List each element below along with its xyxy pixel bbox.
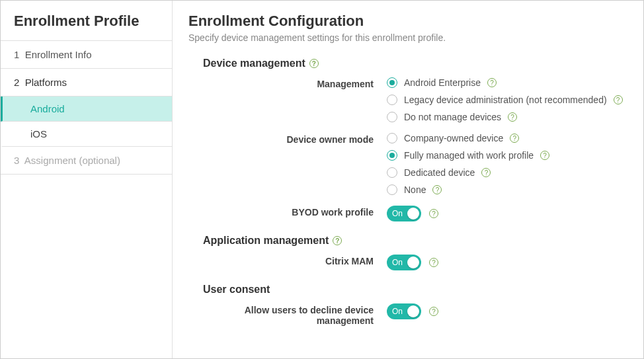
nav-step-platforms[interactable]: 2 Platforms [1, 69, 172, 97]
help-icon[interactable]: ? [614, 95, 623, 104]
field-citrix-mam: Citrix MAM On ? [188, 255, 624, 270]
section-application-management: Application management ? [188, 235, 624, 247]
section-label: User consent [203, 284, 270, 296]
field-label: Device owner mode [188, 133, 387, 145]
radio-label: None [404, 184, 426, 195]
section-user-consent: User consent [188, 284, 624, 296]
nav-platform-android[interactable]: Android [1, 97, 172, 122]
radio-fully-managed-work-profile[interactable]: Fully managed with work profile ? [387, 150, 624, 161]
help-icon[interactable]: ? [481, 168, 491, 177]
radio-icon [387, 150, 397, 161]
step-num: 3 [14, 155, 19, 166]
field-device-owner-mode: Device owner mode Company-owned device ?… [188, 133, 624, 195]
radio-label: Dedicated device [404, 167, 475, 178]
radio-group-owner-mode: Company-owned device ? Fully managed wit… [387, 133, 624, 195]
radio-icon [387, 167, 397, 178]
field-label: Management [188, 77, 387, 89]
radio-legacy-device-admin[interactable]: Legacy device administration (not recomm… [387, 95, 624, 105]
toggle-citrix-mam[interactable]: On [387, 255, 421, 270]
radio-icon [387, 133, 397, 143]
radio-android-enterprise[interactable]: Android Enterprise ? [387, 77, 624, 88]
radio-label: Company-owned device [404, 133, 503, 143]
radio-label: Android Enterprise [404, 77, 481, 88]
field-allow-decline: Allow users to decline device management… [188, 303, 624, 326]
field-label: BYOD work profile [188, 206, 387, 218]
step-label: Assignment (optional) [24, 155, 120, 166]
toggle-knob [407, 257, 419, 268]
radio-company-owned[interactable]: Company-owned device ? [387, 133, 624, 143]
radio-label: Legacy device administration (not recomm… [404, 95, 607, 105]
platform-label: Android [30, 103, 65, 114]
toggle-allow-decline[interactable]: On [387, 303, 421, 319]
help-icon[interactable]: ? [540, 151, 549, 160]
sidebar-title: Enrollment Profile [1, 1, 172, 41]
section-label: Application management [203, 235, 329, 247]
radio-do-not-manage[interactable]: Do not manage devices ? [387, 112, 624, 122]
toggle-state: On [392, 307, 403, 316]
help-icon[interactable]: ? [429, 209, 438, 218]
radio-label: Fully managed with work profile [404, 150, 534, 161]
radio-icon [387, 112, 397, 122]
radio-group-management: Android Enterprise ? Legacy device admin… [387, 77, 624, 122]
help-icon[interactable]: ? [429, 307, 438, 316]
step-num: 2 [14, 77, 19, 88]
main-content: Enrollment Configuration Specify device … [173, 1, 643, 358]
field-byod-work-profile: BYOD work profile On ? [188, 206, 624, 221]
help-icon[interactable]: ? [429, 258, 438, 267]
help-icon[interactable]: ? [508, 112, 517, 122]
platform-label: iOS [30, 128, 47, 140]
radio-icon [387, 95, 397, 105]
field-label: Allow users to decline device management [188, 303, 387, 326]
help-icon[interactable]: ? [487, 78, 497, 87]
radio-dedicated-device[interactable]: Dedicated device ? [387, 167, 624, 178]
section-device-management: Device management ? [188, 58, 624, 69]
step-label: Enrollment Info [25, 49, 92, 60]
nav-step-assignment[interactable]: 3 Assignment (optional) [1, 147, 172, 175]
radio-icon [387, 184, 397, 195]
nav-step-enrollment-info[interactable]: 1 Enrollment Info [1, 41, 172, 69]
radio-label: Do not manage devices [404, 112, 501, 122]
radio-icon [387, 77, 397, 88]
sidebar: Enrollment Profile 1 Enrollment Info 2 P… [1, 1, 173, 358]
toggle-state: On [392, 258, 403, 267]
page-title: Enrollment Configuration [188, 13, 624, 30]
nav-platform-ios[interactable]: iOS [1, 122, 172, 147]
toggle-byod[interactable]: On [387, 206, 421, 221]
step-label: Platforms [25, 77, 67, 88]
section-label: Device management [203, 58, 305, 69]
radio-none[interactable]: None ? [387, 184, 624, 195]
toggle-knob [407, 208, 419, 219]
field-management: Management Android Enterprise ? Legacy d… [188, 77, 624, 122]
step-num: 1 [14, 49, 19, 60]
toggle-state: On [392, 209, 403, 218]
help-icon[interactable]: ? [432, 185, 442, 194]
field-label: Citrix MAM [188, 255, 387, 266]
help-icon[interactable]: ? [309, 59, 319, 68]
help-icon[interactable]: ? [333, 236, 342, 245]
page-subtitle: Specify device management settings for t… [188, 32, 624, 43]
help-icon[interactable]: ? [510, 134, 519, 143]
toggle-knob [407, 305, 419, 317]
